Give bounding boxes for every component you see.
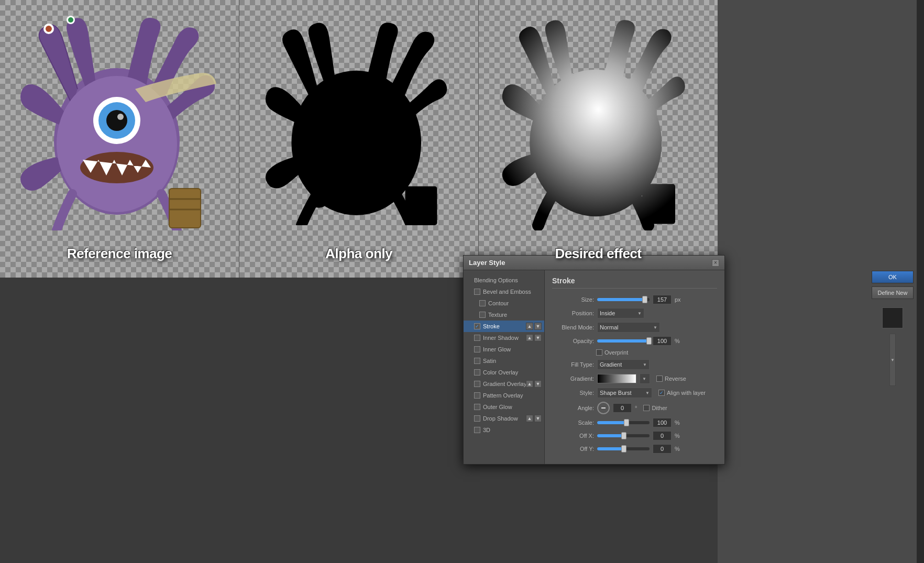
dither-label: Dither [643, 405, 667, 411]
opacity-slider[interactable] [597, 339, 650, 343]
layer-item-color-overlay[interactable]: Color Overlay [464, 367, 544, 378]
gradient-overlay-move-down[interactable]: ▼ [534, 380, 542, 388]
layer-item-drop-shadow[interactable]: Drop Shadow ▲ ▼ [464, 413, 544, 424]
blend-mode-value: Normal [600, 324, 618, 330]
gradient-preview[interactable] [597, 374, 636, 383]
angle-dial[interactable] [597, 402, 610, 414]
stroke-move-down[interactable]: ▼ [534, 323, 542, 330]
fill-type-value: Gradient [600, 361, 622, 368]
svg-point-17 [340, 206, 353, 214]
gradient-overlay-move-up[interactable]: ▲ [526, 380, 533, 388]
inner-shadow-checkbox[interactable] [474, 335, 480, 341]
pattern-overlay-checkbox[interactable] [474, 392, 480, 399]
satin-checkbox[interactable] [474, 358, 480, 364]
align-layer-checkbox[interactable] [658, 390, 665, 396]
opacity-unit: % [675, 338, 680, 344]
3d-checkbox[interactable] [474, 427, 480, 433]
layer-item-label: Texture [488, 312, 507, 318]
dither-checkbox[interactable] [643, 405, 650, 411]
position-row: Position: Inside ▼ [552, 308, 717, 318]
svg-rect-20 [498, 10, 698, 230]
define-new-button[interactable]: Define New [872, 286, 914, 299]
scale-value[interactable]: 100 [653, 418, 672, 427]
stroke-move-up[interactable]: ▲ [526, 323, 533, 330]
layer-item-blending-options[interactable]: Blending Options [464, 274, 544, 286]
scale-slider[interactable] [597, 421, 650, 424]
inner-shadow-move-up[interactable]: ▲ [526, 334, 533, 341]
layer-item-inner-shadow[interactable]: Inner Shadow ▲ ▼ [464, 332, 544, 344]
svg-rect-7 [169, 189, 201, 228]
outer-glow-checkbox[interactable] [474, 404, 480, 410]
gradient-overlay-checkbox[interactable] [474, 381, 480, 387]
color-swatch[interactable] [882, 307, 903, 328]
overprint-checkbox[interactable] [596, 349, 602, 356]
offy-slider[interactable] [597, 447, 650, 450]
layer-item-texture[interactable]: Texture [464, 309, 544, 321]
opacity-value[interactable]: 100 [653, 336, 672, 346]
dialog-buttons-panel: OK Define New ▼ [872, 271, 914, 386]
offx-value[interactable]: 0 [653, 431, 672, 440]
angle-value[interactable]: 0 [613, 403, 632, 413]
position-dropdown[interactable]: Inside ▼ [597, 308, 644, 318]
color-overlay-checkbox[interactable] [474, 369, 480, 376]
layer-item-contour[interactable]: Contour [464, 297, 544, 309]
layer-item-3d[interactable]: 3D [464, 424, 544, 436]
layer-item-label: Blending Options [474, 277, 518, 283]
style-dropdown-arrow: ▼ [645, 391, 650, 395]
size-slider[interactable] [597, 298, 650, 301]
alpha-monster-image [259, 16, 458, 225]
reverse-label: Reverse [656, 376, 686, 382]
stroke-checkbox[interactable] [474, 323, 480, 329]
panel-collapse-btn[interactable]: ▼ [889, 334, 896, 386]
drop-shadow-checkbox[interactable] [474, 415, 480, 422]
size-label: Size: [552, 296, 594, 303]
layer-item-satin[interactable]: Satin [464, 355, 544, 367]
layer-item-label: Color Overlay [483, 369, 518, 376]
fill-type-dropdown[interactable]: Gradient ▼ [597, 359, 650, 370]
gradient-dropdown[interactable]: ▼ [640, 373, 650, 384]
close-button[interactable]: × [712, 259, 719, 267]
opacity-label: Opacity: [552, 338, 594, 344]
blend-mode-row: Blend Mode: Normal ▼ [552, 322, 717, 333]
inner-glow-checkbox[interactable] [474, 346, 480, 352]
fill-type-label: Fill Type: [552, 361, 594, 368]
scrollbar[interactable] [917, 0, 924, 563]
svg-point-16 [312, 198, 327, 208]
panel2-label: Alpha only [325, 246, 392, 262]
fill-type-dropdown-arrow: ▼ [643, 362, 647, 367]
dialog-title: Layer Style [469, 259, 505, 267]
position-label: Position: [552, 310, 594, 316]
style-label: Style: [552, 390, 594, 396]
style-dropdown[interactable]: Shape Burst ▼ [597, 388, 652, 398]
size-value[interactable]: 157 [653, 295, 672, 304]
opacity-row: Opacity: 100 % [552, 336, 717, 346]
canvas-panel-reference: Reference image [0, 0, 239, 278]
style-row: Style: Shape Burst ▼ Align with layer [552, 388, 717, 398]
contour-checkbox[interactable] [479, 300, 486, 306]
layer-item-inner-glow[interactable]: Inner Glow [464, 344, 544, 355]
bevel-emboss-checkbox[interactable] [474, 289, 480, 295]
texture-checkbox[interactable] [479, 312, 486, 318]
layer-list: Blending Options Bevel and Emboss Contou… [464, 270, 545, 464]
offy-label: Off Y: [552, 446, 594, 452]
layer-item-pattern-overlay[interactable]: Pattern Overlay [464, 390, 544, 401]
blend-mode-label: Blend Mode: [552, 324, 594, 330]
drop-shadow-move-down[interactable]: ▼ [534, 415, 542, 422]
position-dropdown-arrow: ▼ [637, 311, 642, 316]
reverse-checkbox[interactable] [656, 376, 663, 382]
offy-value[interactable]: 0 [653, 444, 672, 454]
layer-item-outer-glow[interactable]: Outer Glow [464, 401, 544, 413]
layer-item-label: Pattern Overlay [483, 392, 523, 399]
inner-shadow-move-down[interactable]: ▼ [534, 334, 542, 341]
offx-slider[interactable] [597, 434, 650, 437]
layer-item-label: Inner Shadow [483, 335, 519, 341]
layer-item-gradient-overlay[interactable]: Gradient Overlay ▲ ▼ [464, 378, 544, 390]
layer-item-stroke[interactable]: Stroke ▲ ▼ [464, 321, 544, 332]
layer-item-bevel-emboss[interactable]: Bevel and Emboss [464, 286, 544, 297]
drop-shadow-move-up[interactable]: ▲ [526, 415, 533, 422]
blend-mode-dropdown[interactable]: Normal ▼ [597, 322, 660, 333]
offx-unit: % [675, 433, 680, 439]
svg-point-11 [46, 26, 52, 32]
ok-button[interactable]: OK [872, 271, 914, 283]
layer-item-label: Bevel and Emboss [483, 289, 531, 295]
